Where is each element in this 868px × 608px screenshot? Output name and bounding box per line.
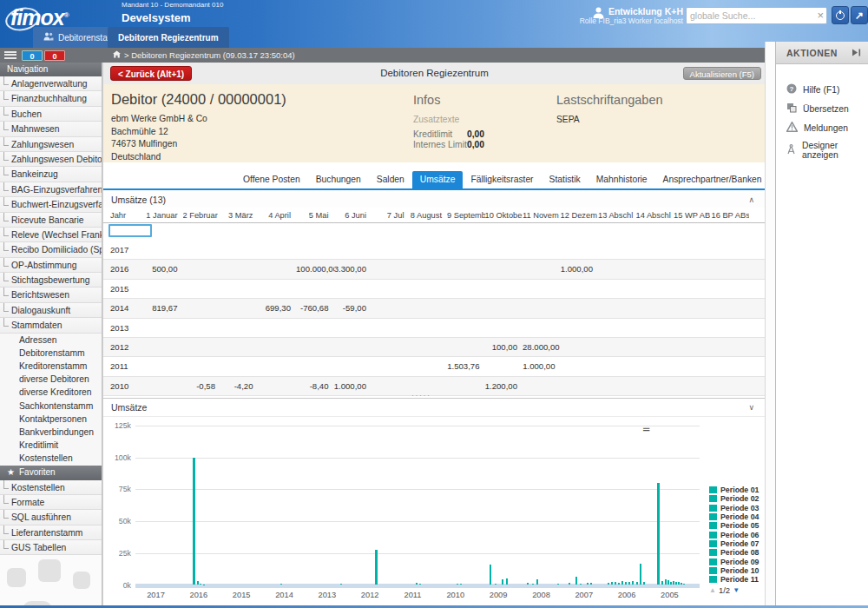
table-row-2013[interactable]: 2013 [103, 319, 766, 338]
sidebar-subitem-debitorenstamm[interactable]: Debitorenstamm [0, 347, 102, 360]
umsaetze-section-header[interactable]: Umsätze (13) ∧ [103, 193, 766, 208]
notification-badge-red[interactable]: 0 [44, 50, 65, 61]
sidebar-subitem-kostenstellen[interactable]: Kostenstellen [0, 452, 102, 465]
sidebar-item-zahlungswesen-debitoren[interactable]: Zahlungswesen Debitoren [0, 152, 102, 167]
y-axis-tick-label: 50k [103, 517, 131, 525]
expand-caret-icon[interactable]: ∨ [748, 399, 754, 417]
favorite-item-kostenstellen[interactable]: Kostenstellen [0, 480, 102, 495]
sidebar-item-finanzbuchhaltung[interactable]: Finanzbuchhaltung [0, 91, 102, 106]
diagonal-arrow-icon: ↗ [855, 10, 864, 22]
favorite-item-lieferantenstamm[interactable]: Lieferantenstamm [0, 525, 102, 540]
debtor-address: ebm Werke GmbH & Co Bachmühle 12 74673 M… [111, 113, 207, 163]
content-tab-ansprechpartner-banken[interactable]: Ansprechpartner/Banken [655, 171, 770, 190]
legend-item-periode-10[interactable]: Periode 10 [709, 566, 760, 575]
legend-item-periode-11[interactable]: Periode 11 [709, 575, 760, 584]
sidebar-subitem-sachkontenstamm[interactable]: Sachkontenstamm [0, 400, 102, 413]
menu-hamburger-icon[interactable] [4, 51, 16, 59]
legend-item-periode-07[interactable]: Periode 07 [709, 539, 760, 548]
legend-item-periode-04[interactable]: Periode 04 [709, 512, 760, 521]
content-tab-statistik[interactable]: Statistik [542, 171, 589, 190]
favorite-item-sql-ausführen[interactable]: SQL ausführen [0, 510, 102, 525]
notification-badge-blue[interactable]: 0 [22, 50, 43, 61]
sidebar-item-releve-wechsel-frankreich[interactable]: Releve (Wechsel Frankreich) [0, 228, 102, 242]
sidebar-subitem-kreditorenstamm[interactable]: Kreditorenstamm [0, 360, 102, 373]
window-tab-debitoren-regiezentrum[interactable]: Debitoren Regiezentrum [108, 27, 229, 48]
sidebar-item-mahnwesen[interactable]: Mahnwesen [0, 122, 102, 136]
panel-splitter[interactable] [765, 42, 775, 605]
chart-bar [375, 550, 378, 585]
sidebar-subitem-kontaktpersonen[interactable]: Kontaktpersonen [0, 413, 102, 426]
legend-item-periode-09[interactable]: Periode 09 [709, 557, 760, 565]
content-tab-offene-posten[interactable]: Offene Posten [235, 171, 308, 190]
table-row-2017[interactable]: 2017 [103, 241, 766, 260]
content-tab-buchungen[interactable]: Buchungen [308, 171, 369, 190]
sidebar-subitem-diverse-kreditoren[interactable]: diverse Kreditoren [0, 386, 102, 399]
chart-gridline [135, 489, 700, 490]
sidebar-item-buchwert-einzugsverfahren[interactable]: Buchwert-Einzugsverfahren [0, 197, 102, 212]
search-clear-icon[interactable]: × [817, 9, 824, 22]
content-tab-salden[interactable]: Salden [369, 171, 412, 190]
users-icon [43, 32, 54, 43]
legend-item-periode-01[interactable]: Periode 01 [709, 486, 760, 494]
sidebar-item-anlagenverwaltung[interactable]: Anlagenverwaltung [0, 76, 102, 91]
logout-power-button[interactable] [832, 6, 849, 24]
chart-bar [506, 578, 508, 585]
sidebar-item-ricevute-bancarie[interactable]: Ricevute Bancarie [0, 213, 102, 228]
sidebar-item-berichtswesen[interactable]: Berichtswesen [0, 287, 102, 302]
table-row-2012[interactable]: 2012100,0028.000,00 [103, 338, 766, 357]
sidebar-item-zahlungswesen[interactable]: Zahlungswesen [0, 137, 102, 152]
legend-page-up-icon[interactable]: ▲ [709, 586, 716, 594]
legend-item-periode-02[interactable]: Periode 02 [709, 494, 760, 503]
chart-bar [280, 584, 282, 585]
sidebar-item-stammdaten[interactable]: Stammdaten [0, 318, 102, 333]
chart-section-header[interactable]: Umsätze ∨ [103, 399, 766, 417]
sidebar-subitem-kreditlimit[interactable]: Kreditlimit [0, 439, 102, 452]
user-info[interactable]: Entwicklung K+H Rolle FIB_ria3 Worker lo… [580, 6, 683, 25]
table-row-2014[interactable]: 2014819,67699,30-760,68-59,00 [103, 299, 766, 318]
favorite-item-gus-tabellen[interactable]: GUS Tabellen [0, 540, 102, 555]
collapse-caret-icon[interactable]: ∧ [748, 193, 754, 208]
legend-item-periode-06[interactable]: Periode 06 [709, 530, 760, 539]
jahr-filter-input[interactable] [108, 224, 152, 237]
table-row-2010[interactable]: 2010-0,58-4,20-8,401.000,001.200,00 [103, 377, 766, 396]
sidebar-item-dialogauskunft[interactable]: Dialogauskunft [0, 303, 102, 318]
chart-bar [569, 583, 570, 585]
legend-item-periode-03[interactable]: Periode 03 [709, 504, 760, 512]
table-row-2015[interactable]: 2015 [103, 280, 766, 299]
chart-bar [575, 577, 577, 585]
sidebar-item-recibo-domiliciado-spanien[interactable]: Recibo Domiliciado (Spanien) [0, 242, 102, 257]
svg-text:?: ? [790, 85, 794, 93]
favorite-item-formate[interactable]: Formate [0, 495, 102, 510]
chart-bar [532, 584, 534, 585]
sidebar-subitem-bankverbindungen[interactable]: Bankverbindungen [0, 426, 102, 439]
legend-page-down-icon[interactable]: ▼ [733, 586, 740, 594]
sidebar-item-stichtagsbewertung[interactable]: Stichtagsbewertung [0, 273, 102, 287]
home-icon[interactable] [113, 50, 121, 60]
action-item-label: Übersetzen [803, 104, 849, 114]
action-item-designer-anzeigen[interactable]: Designer anzeigen [776, 137, 868, 163]
content-tab-fälligkeitsraster[interactable]: Fälligkeitsraster [463, 171, 541, 190]
column-header-jahr: Jahr [103, 208, 145, 223]
table-row-2011[interactable]: 20111.503,761.000,00 [103, 357, 766, 376]
legend-item-periode-08[interactable]: Periode 08 [709, 548, 760, 557]
action-item-meldungen[interactable]: Meldungen [776, 118, 868, 137]
refresh-button[interactable]: Aktualisieren (F5) [683, 67, 761, 80]
sidebar-item-buchen[interactable]: Buchen [0, 107, 102, 122]
zusatztexte-link[interactable]: Zusatztexte [413, 115, 484, 124]
content-tab-mahnhistorie[interactable]: Mahnhistorie [589, 171, 655, 190]
sidebar-subitem-diverse-debitoren[interactable]: diverse Debitoren [0, 373, 102, 386]
collapse-panel-icon[interactable] [852, 48, 861, 57]
sidebar-item-bag-einzugsverfahren[interactable]: BAG-Einzugsverfahren [0, 182, 102, 197]
sidebar-item-bankeinzug[interactable]: Bankeinzug [0, 167, 102, 182]
sidebar-subitem-adressen[interactable]: Adressen [0, 334, 102, 347]
table-row-2016[interactable]: 2016500,00100.000,003.300,001.000,00 [103, 260, 766, 279]
sidebar-item-op-abstimmung[interactable]: OP-Abstimmung [0, 258, 102, 273]
content-tab-umsätze[interactable]: Umsätze [412, 171, 464, 190]
action-item-übersetzen[interactable]: Übersetzen [776, 99, 868, 118]
navigation-header: Navigation [0, 63, 102, 76]
action-item-hilfe-f1[interactable]: ?Hilfe (F1) [776, 80, 868, 99]
popout-button[interactable]: ↗ [851, 6, 868, 24]
search-input[interactable] [690, 9, 812, 23]
legend-label: Periode 02 [720, 494, 760, 503]
legend-item-periode-05[interactable]: Periode 05 [709, 521, 760, 530]
